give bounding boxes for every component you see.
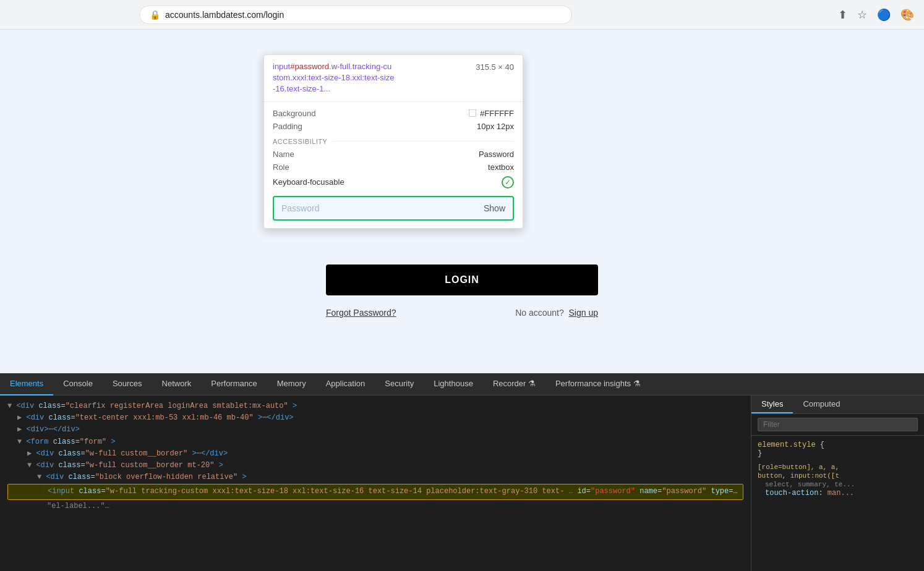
profile-icon[interactable]: 🎨 <box>900 8 914 22</box>
show-password-button[interactable]: Show <box>484 203 505 213</box>
name-label: Name <box>273 150 294 159</box>
name-row: Name Password <box>273 148 514 161</box>
devtools-panel: Elements Console Sources Network Perform… <box>0 373 924 571</box>
tooltip-selector: input#password.w-full.tracking-custom.xx… <box>273 61 395 95</box>
tab-elements[interactable]: Elements <box>0 373 53 395</box>
html-line-2: ▶ <div class="text-center xxxl:mb-53 xxl… <box>7 412 743 424</box>
login-links: Forgot Password? No account? Sign up <box>326 308 598 318</box>
keyboard-focusable-row: Keyboard-focusable ✓ <box>273 174 514 191</box>
padding-row: Padding 10px 12px <box>273 120 514 133</box>
html-panel[interactable]: ▼ <div class="clearfix registerArea logi… <box>0 395 751 571</box>
password-field-highlighted[interactable]: Password Show <box>273 196 514 221</box>
styles-content: element.style { } [role=button], a, a,bu… <box>751 436 924 571</box>
tab-security[interactable]: Security <box>375 373 424 395</box>
lock-icon: 🔒 <box>150 10 160 20</box>
styles-filter-input[interactable] <box>758 418 918 431</box>
inspector-tooltip: input#password.w-full.tracking-custom.xx… <box>263 54 523 229</box>
background-label: Background <box>273 109 315 118</box>
styles-tabs: Styles Computed <box>751 395 924 414</box>
html-line-7: ▼ <div class="block overflow-hidden rela… <box>7 472 743 483</box>
role-value: textbox <box>488 163 514 172</box>
tab-recorder[interactable]: Recorder ⚗ <box>483 373 545 395</box>
tooltip-header: input#password.w-full.tracking-custom.xx… <box>264 55 523 102</box>
tab-performance[interactable]: Performance <box>201 373 267 395</box>
role-button-body: select, summary, te... touch-action: man… <box>758 480 918 497</box>
color-swatch <box>469 109 476 117</box>
bookmark-icon[interactable]: ☆ <box>857 8 867 22</box>
name-value: Password <box>479 150 514 159</box>
padding-value: 10px 12px <box>477 122 514 131</box>
html-line-9: "el-label..."… <box>7 501 743 512</box>
html-line-3: ▶ <div>⋯</div> <box>7 424 743 436</box>
background-row: Background #FFFFFF <box>273 107 514 120</box>
keyboard-focusable-label: Keyboard-focusable <box>273 177 344 187</box>
accessibility-section: ACCESSIBILITY <box>273 138 514 145</box>
styles-tab-computed[interactable]: Computed <box>793 395 850 413</box>
extension-icon[interactable]: 🔵 <box>877 8 891 22</box>
html-line-5: ▶ <div class="w-full custom__border" >⋯<… <box>7 448 743 460</box>
login-button[interactable]: LOGIN <box>326 264 598 295</box>
no-account-text: No account? <box>515 308 564 318</box>
role-button-rule: [role=button], a, a,button, input:not([t… <box>758 463 918 497</box>
password-placeholder: Password <box>281 203 319 213</box>
browser-actions: ⬆ ☆ 🔵 🎨 <box>838 8 914 22</box>
padding-label: Padding <box>273 122 302 131</box>
role-row: Role textbox <box>273 161 514 174</box>
html-line-4: ▼ <form class="form" > <box>7 436 743 448</box>
html-line-highlighted: <input class="w-full tracking-custom xxx… <box>7 484 743 499</box>
devtools-tabs: Elements Console Sources Network Perform… <box>0 373 924 395</box>
html-line-6: ▼ <div class="w-full custom__border mt-2… <box>7 460 743 472</box>
tab-lighthouse[interactable]: Lighthouse <box>424 373 483 395</box>
styles-tab-styles[interactable]: Styles <box>751 395 793 413</box>
tab-console[interactable]: Console <box>53 373 103 395</box>
url-text: accounts.lambdatest.com/login <box>165 10 284 20</box>
signup-link[interactable]: Sign up <box>569 308 598 318</box>
check-circle-icon: ✓ <box>502 176 514 188</box>
address-bar[interactable]: 🔒 accounts.lambdatest.com/login <box>139 6 572 24</box>
tab-performance-insights[interactable]: Performance insights ⚗ <box>545 373 651 395</box>
background-value: #FFFFFF <box>469 109 514 118</box>
forgot-password-link[interactable]: Forgot Password? <box>326 308 396 318</box>
share-icon[interactable]: ⬆ <box>838 8 847 22</box>
element-style-rule: element.style { } <box>758 441 918 458</box>
tab-network[interactable]: Network <box>152 373 202 395</box>
tooltip-size: 315.5 × 40 <box>476 62 514 72</box>
styles-panel: Styles Computed element.style { } [role=… <box>751 395 924 571</box>
styles-filter <box>751 414 924 436</box>
tab-application[interactable]: Application <box>316 373 375 395</box>
role-label: Role <box>273 163 289 172</box>
tab-memory[interactable]: Memory <box>267 373 316 395</box>
browser-chrome: 🔒 accounts.lambdatest.com/login ⬆ ☆ 🔵 🎨 <box>0 0 924 30</box>
html-line-1: ▼ <div class="clearfix registerArea logi… <box>7 400 743 412</box>
tab-sources[interactable]: Sources <box>103 373 152 395</box>
tooltip-body: Background #FFFFFF Padding 10px 12px ACC… <box>264 102 523 228</box>
devtools-main: ▼ <div class="clearfix registerArea logi… <box>0 395 924 571</box>
page-content: input#password.w-full.tracking-custom.xx… <box>0 30 924 373</box>
